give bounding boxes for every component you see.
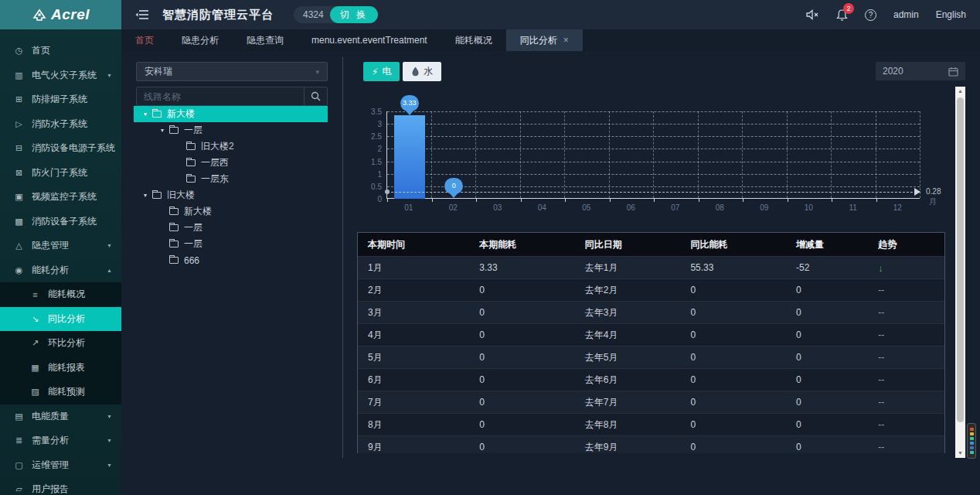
trend-down-arrow-icon: ↓ <box>868 262 944 274</box>
acrel-logo-icon <box>32 8 47 22</box>
mini-widget <box>967 423 976 459</box>
sidebar-item-3[interactable]: ▷消防水子系统 <box>0 112 121 137</box>
header: 智慧消防管理云平台 4324 切 换 2 ? admin <box>121 0 980 29</box>
cell: -52 <box>786 262 868 273</box>
user-menu[interactable]: admin <box>893 9 919 20</box>
sound-mute-icon[interactable] <box>806 9 819 20</box>
folder-icon <box>152 192 162 199</box>
search-input[interactable] <box>137 87 304 105</box>
scroll-up-arrow[interactable]: ▲ <box>955 87 965 96</box>
sidebar-menu: ◷首页▥电气火灾子系统▼⊞防排烟子系统▷消防水子系统⊟消防设备电源子系统⊠防火门… <box>0 39 121 495</box>
org-select[interactable]: 安科瑞 ▾ <box>136 62 328 81</box>
app-window: Acrel ◷首页▥电气火灾子系统▼⊞防排烟子系统▷消防水子系统⊟消防设备电源子… <box>0 0 980 495</box>
tree-node-2[interactable]: 旧大楼2 <box>134 138 328 155</box>
sidebar-item-2[interactable]: ⊞防排烟子系统 <box>0 87 121 112</box>
tree-node-7[interactable]: 一层 <box>134 220 328 236</box>
gridline-v <box>831 111 832 198</box>
tab-0[interactable]: 首页 <box>121 29 168 51</box>
tree-node-label: 666 <box>184 255 199 266</box>
tab-3[interactable]: menu.event.eventTreatment <box>298 29 441 51</box>
search-button[interactable] <box>304 87 327 105</box>
folder-icon <box>169 127 179 134</box>
sidebar-item-label: 防排烟子系统 <box>32 93 87 106</box>
tree-node-9[interactable]: 666 <box>134 252 328 268</box>
help-icon[interactable]: ? <box>865 9 876 21</box>
tree-node-4[interactable]: 一层东 <box>134 171 328 187</box>
electric-tab-button[interactable]: ⚡ 电 <box>363 62 400 81</box>
project-count-badge: 4324 <box>303 9 324 20</box>
menu-fold-icon[interactable] <box>135 9 148 20</box>
sidebar-item-10[interactable]: ▤电能质量▼ <box>0 405 121 429</box>
energy-icon: ◉ <box>13 265 25 275</box>
tree-node-3[interactable]: 一层西 <box>134 155 328 171</box>
scroll-down-arrow[interactable]: ▼ <box>955 449 965 458</box>
sidebar-item-6[interactable]: ▣视频监控子系统 <box>0 185 121 210</box>
sidebar-item-9[interactable]: ◉能耗分析▲ <box>0 258 121 283</box>
y-axis-tick: 1.5 <box>357 158 382 166</box>
list-icon: ≡ <box>29 290 41 299</box>
yoy-bar-chart: 3.330 00.511.522.533.5010203040506070809… <box>357 85 958 234</box>
tree-node-1[interactable]: ▼一层 <box>134 122 328 138</box>
y-axis-tick: 3 <box>357 120 382 128</box>
y-axis-tick: 2.5 <box>357 132 382 141</box>
folder-icon <box>186 159 196 166</box>
trend-flat-label: -- <box>868 285 944 295</box>
tab-4[interactable]: 能耗概况 <box>441 29 506 51</box>
tab-2[interactable]: 隐患查询 <box>233 29 298 51</box>
table-row-7: 8月0去年8月00-- <box>358 413 944 435</box>
chevron-up-icon: ▲ <box>107 268 112 273</box>
video-icon: ▣ <box>13 192 25 202</box>
device-icon: ▩ <box>13 217 25 227</box>
sidebar-subitem-9-4[interactable]: ▨能耗预测 <box>0 380 121 405</box>
ops-icon: ▢ <box>13 460 25 470</box>
trend-flat-label: -- <box>868 374 944 385</box>
sidebar-item-7[interactable]: ▩消防设备子系统 <box>0 210 121 234</box>
sidebar-subitem-9-3[interactable]: ▦能耗报表 <box>0 356 121 381</box>
sidebar-subitem-9-2[interactable]: ↗环比分析 <box>0 331 121 356</box>
sidebar-item-1[interactable]: ▥电气火灾子系统▼ <box>0 63 121 88</box>
tree-node-6[interactable]: 新大楼 <box>134 203 328 220</box>
language-switch[interactable]: English <box>936 9 966 20</box>
cell: 去年5月 <box>575 351 681 364</box>
power-icon: ⊟ <box>13 143 25 153</box>
sidebar-submenu: ≡能耗概况↘同比分析↗环比分析▦能耗报表▨能耗预测 <box>0 282 121 405</box>
sidebar-item-label: 电气火灾子系统 <box>32 69 97 82</box>
cell: 0 <box>680 419 786 430</box>
scroll-thumb[interactable] <box>957 97 964 422</box>
sidebar-subitem-9-0[interactable]: ≡能耗概况 <box>0 282 121 307</box>
year-picker[interactable]: 2020 <box>876 62 965 80</box>
tree-node-5[interactable]: ▼旧大楼 <box>134 187 328 203</box>
sidebar-item-5[interactable]: ⊠防火门子系统 <box>0 161 121 186</box>
x-axis-tick: 07 <box>662 203 689 212</box>
sidebar-item-13[interactable]: ▱用户报告 <box>0 477 121 495</box>
sidebar-subitem-9-1[interactable]: ↘同比分析 <box>0 307 121 332</box>
sidebar-item-11[interactable]: ≣需量分析▼ <box>0 428 121 453</box>
sidebar-item-8[interactable]: △隐患管理▼ <box>0 234 121 258</box>
cell: 0 <box>469 352 575 363</box>
cell: 7月 <box>358 396 469 409</box>
sidebar-item-label: 防火门子系统 <box>32 166 87 179</box>
notification-bell-icon[interactable]: 2 <box>836 9 848 21</box>
water-tab-button[interactable]: 水 <box>403 62 441 81</box>
sidebar-item-12[interactable]: ▢运维管理▼ <box>0 453 121 478</box>
cell: 3.33 <box>469 262 575 273</box>
tab-close-icon[interactable]: × <box>563 35 569 46</box>
tab-1[interactable]: 隐患分析 <box>168 29 233 51</box>
widget-dot-3 <box>970 442 974 445</box>
sidebar-item-4[interactable]: ⊟消防设备电源子系统 <box>0 136 121 161</box>
tree-node-label: 一层东 <box>201 172 229 186</box>
tab-5[interactable]: 同比分析× <box>506 29 583 51</box>
tree-node-0[interactable]: ▼新大楼 <box>134 106 328 122</box>
trend-flat-label: -- <box>868 352 944 363</box>
widget-dot-0 <box>970 428 974 431</box>
trend-flat-label: -- <box>868 419 944 430</box>
sidebar-item-0[interactable]: ◷首页 <box>0 39 121 63</box>
cell: 去年3月 <box>575 306 681 319</box>
x-axis-tickmark <box>876 199 877 202</box>
switch-button[interactable]: 切 换 <box>330 6 378 23</box>
demand-icon: ≣ <box>13 435 25 446</box>
x-axis-tickmark <box>788 199 788 202</box>
table-row-0: 1月3.33去年1月55.33-52↓ <box>358 256 944 278</box>
brand-logo[interactable]: Acrel <box>0 0 121 29</box>
tree-node-8[interactable]: 一层 <box>134 236 328 252</box>
